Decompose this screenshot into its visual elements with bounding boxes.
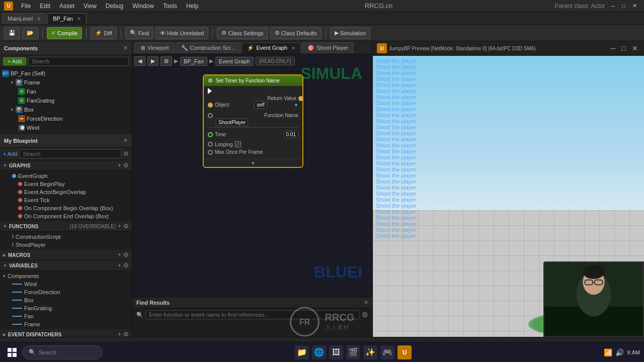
var-box[interactable]: Box — [0, 296, 132, 304]
find-results-close[interactable]: ✕ — [364, 299, 368, 306]
menu-window[interactable]: Window — [128, 2, 158, 11]
graphs-settings-icon[interactable]: ⚙ — [123, 162, 129, 169]
graph-end-overlap[interactable]: On Component End Overlap (Box) — [0, 212, 132, 220]
component-fangrating[interactable]: ⚙ FanGrating — [0, 96, 132, 105]
macros-add-icon[interactable]: + — [118, 251, 121, 258]
class-defaults-button[interactable]: ⚙ Class Defaults — [270, 27, 321, 39]
set-timer-node[interactable]: ⚙ Set Timer by Function Name Object — [203, 74, 303, 168]
tab-event-graph[interactable]: ⚡ Event Graph ✕ — [242, 42, 301, 53]
time-pin[interactable] — [208, 132, 213, 137]
graph-actoroverlap[interactable]: Event ActorBeginOverlap — [0, 188, 132, 196]
node-settings-icon[interactable]: ⚙ — [208, 77, 213, 84]
shoot-text-2[interactable]: Shoot the player — [376, 64, 430, 70]
variables-section-header[interactable]: ▼ VARIABLES + ⚙ — [0, 260, 132, 271]
component-self[interactable]: BP BP_Fan (Self) — [0, 69, 132, 78]
max-once-pin[interactable] — [208, 150, 213, 155]
blueprint-close[interactable]: ✕ — [123, 137, 128, 144]
network-icon[interactable]: 📶 — [604, 348, 612, 356]
component-box[interactable]: ▼ 📦 Box — [0, 105, 132, 114]
diff-button[interactable]: ⚡ Diff — [91, 27, 116, 39]
var-forcedirection[interactable]: ForceDirection — [0, 288, 132, 296]
shoot-text-16[interactable]: Shoot the player — [376, 148, 430, 154]
shoot-text-24[interactable]: Shoot the player — [376, 197, 430, 203]
functions-section-header[interactable]: ▼ FUNCTIONS (19 OVERRIDABLE) + ⚙ — [0, 221, 132, 232]
graph-beginplay[interactable]: Event BeginPlay — [0, 180, 132, 188]
object-pin[interactable] — [208, 103, 213, 108]
graph-begin-overlap[interactable]: On Component Begin Overlap (Box) — [0, 204, 132, 212]
event-dispatchers-section-header[interactable]: ▶ EVENT DISPATCHERS + ⚙ — [0, 329, 132, 337]
find-button[interactable]: 🔍 Find — [125, 27, 153, 39]
minimize-btn[interactable]: ─ — [608, 3, 618, 9]
shoot-text-5[interactable]: Shoot the player — [376, 82, 430, 88]
hide-unrelated-button[interactable]: 👁 Hide Unrelated — [155, 27, 208, 39]
shoot-text-10[interactable]: Shoot the player — [376, 112, 430, 118]
variables-add-icon[interactable]: + — [118, 262, 121, 269]
taskbar-browser[interactable]: 🌐 — [312, 345, 326, 359]
taskbar-aftereffects[interactable]: ✨ — [363, 345, 377, 359]
shoot-text-14[interactable]: Shoot the player — [376, 136, 430, 142]
var-fangrating[interactable]: FanGrating — [0, 304, 132, 312]
volume-icon[interactable]: 🔊 — [615, 348, 624, 356]
start-button[interactable] — [4, 344, 20, 360]
simulation-button[interactable]: ▶ Simulation — [330, 27, 370, 39]
component-fan[interactable]: ⚙ Fan — [0, 87, 132, 96]
compile-button[interactable]: ✓ Compile — [47, 27, 82, 39]
exec-in-pin[interactable] — [208, 88, 212, 94]
func-constructionscript[interactable]: f ConstructionScript — [0, 233, 132, 241]
taskbar-photoshop[interactable]: 🖼 — [329, 345, 343, 359]
game-preview-viewport[interactable]: Shoot the player Shoot the player Shoot … — [373, 56, 644, 337]
add-component-button[interactable]: + Add — [3, 57, 26, 65]
taskbar-search[interactable]: 🔍 Search — [22, 345, 103, 359]
menu-file[interactable]: File — [17, 2, 35, 11]
graphs-section-header[interactable]: ▼ GRAPHS + ⚙ — [0, 160, 132, 171]
looping-checkbox[interactable]: ✓ — [235, 141, 241, 147]
class-settings-button[interactable]: ⚙ Class Settings — [217, 27, 268, 39]
blueprint-settings-icon[interactable]: ⚙ — [123, 150, 129, 157]
taskbar-premiere[interactable]: 🎬 — [346, 345, 360, 359]
graph-event-graph[interactable]: EventGraph — [0, 172, 132, 180]
graphs-add-icon[interactable]: + — [118, 162, 121, 169]
nav-forward-button[interactable]: ▶ — [147, 56, 158, 66]
shoot-text-18[interactable]: Shoot the player — [376, 160, 430, 166]
macros-settings-icon[interactable]: ⚙ — [123, 251, 129, 258]
shoot-text-23[interactable]: Shoot the player — [376, 191, 430, 197]
preview-close[interactable]: ✕ — [630, 43, 640, 53]
ed-settings-icon[interactable]: ⚙ — [123, 331, 129, 337]
event-graph-canvas[interactable]: ◀ ▶ ⊞ ▶ BP_Fan ▶ Event Graph (READ-ONLY)… — [132, 54, 372, 297]
taskbar-ue[interactable]: U — [397, 345, 412, 359]
nav-back-button[interactable]: ◀ — [134, 56, 145, 66]
blueprint-search-input[interactable] — [19, 149, 121, 158]
var-wind[interactable]: Wind — [0, 280, 132, 288]
shoot-text-30[interactable]: Shoot the player — [376, 233, 430, 239]
shoot-text-21[interactable]: Shoot the player — [376, 178, 430, 185]
return-value-pin[interactable] — [298, 96, 303, 101]
blueprint-add-btn[interactable]: + Add — [3, 151, 17, 157]
tab-bpfan[interactable]: BP_Fan ✕ — [47, 13, 87, 24]
shoot-text-19[interactable]: Shoot the player — [376, 166, 430, 172]
time-value[interactable]: 0.01 — [284, 131, 298, 138]
tab-bpfan-close[interactable]: ✕ — [77, 16, 81, 22]
taskbar-3d[interactable]: 🎮 — [380, 345, 394, 359]
tab-mainlevel-close[interactable]: ✕ — [37, 16, 41, 22]
tab-construction[interactable]: 🔧 Construction Scr... — [176, 42, 241, 53]
shoot-text-12[interactable]: Shoot the player — [376, 124, 430, 130]
find-settings-icon[interactable]: ⚙ — [362, 311, 368, 319]
functions-add-icon[interactable]: + — [118, 223, 121, 230]
shoot-text-20[interactable]: Shoot the player — [376, 172, 430, 178]
shoot-text-8[interactable]: Shoot the player — [376, 100, 430, 106]
shoot-text-3[interactable]: Shoot the player — [376, 70, 430, 76]
shoot-text-1[interactable]: Shoot the player — [376, 58, 430, 64]
save-button[interactable]: 💾 — [4, 27, 20, 39]
function-name-pin[interactable] — [208, 113, 213, 118]
shoot-text-9[interactable]: Shoot the player — [376, 106, 430, 112]
graph-tick[interactable]: Event Tick — [0, 196, 132, 204]
shoot-text-4[interactable]: Shoot the player — [376, 76, 430, 82]
menu-view[interactable]: View — [79, 2, 101, 11]
ed-add-icon[interactable]: + — [118, 331, 121, 337]
menu-help[interactable]: Help — [182, 2, 203, 11]
shoot-text-7[interactable]: Shoot the player — [376, 94, 430, 100]
shoot-text-25[interactable]: Shoot the player — [376, 203, 430, 209]
close-btn[interactable]: ✕ — [629, 3, 640, 9]
component-forcedirection[interactable]: ➡ ForceDirection — [0, 114, 132, 123]
shoot-text-27[interactable]: Shoot the player — [376, 215, 430, 221]
